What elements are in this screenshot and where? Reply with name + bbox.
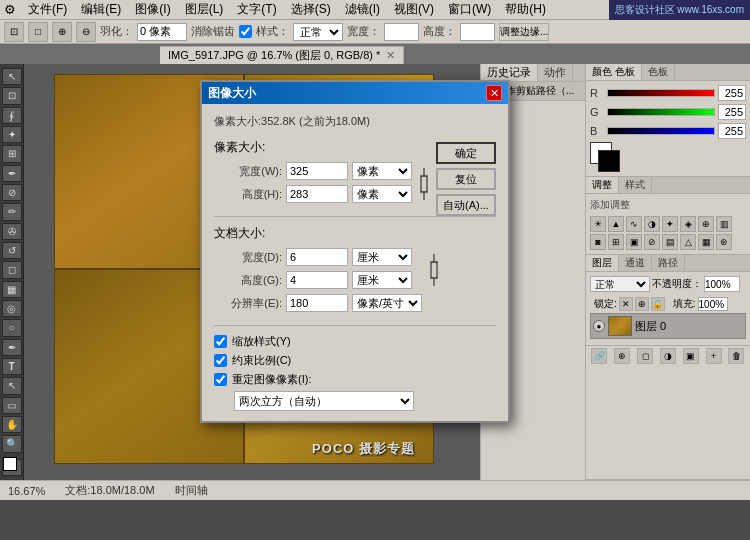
opt-btn3[interactable]: ⊖ bbox=[76, 22, 96, 42]
tool-gradient[interactable]: ▦ bbox=[2, 281, 22, 298]
constrain-proportions-checkbox[interactable] bbox=[214, 354, 227, 367]
adj-colorbalance-btn[interactable]: ⊕ bbox=[698, 216, 714, 232]
doc-height-input[interactable] bbox=[286, 271, 348, 289]
adj-channelmixer-btn[interactable]: ⊞ bbox=[608, 234, 624, 250]
adj-levels-btn[interactable]: ▲ bbox=[608, 216, 624, 232]
image-size-dialog[interactable]: 图像大小 ✕ 确定 复位 自动(A)... 像素大小:352.8K (之前为18… bbox=[200, 80, 510, 423]
tool-move[interactable]: ↖ bbox=[2, 68, 22, 85]
tool-lasso[interactable]: ∮ bbox=[2, 107, 22, 124]
b-slider[interactable] bbox=[607, 127, 715, 135]
ok-button[interactable]: 确定 bbox=[436, 142, 496, 164]
menu-item-edit[interactable]: 编辑(E) bbox=[75, 0, 127, 19]
tool-history-brush[interactable]: ↺ bbox=[2, 242, 22, 259]
fg-bg-swatches[interactable] bbox=[590, 142, 620, 172]
adj-brightness-btn[interactable]: ☀ bbox=[590, 216, 606, 232]
layer-mask-btn[interactable]: ◻ bbox=[637, 348, 653, 364]
blend-mode-select[interactable]: 正常 bbox=[590, 276, 650, 292]
resolution-unit[interactable]: 像素/英寸 bbox=[352, 294, 422, 312]
b-value-input[interactable] bbox=[718, 123, 746, 139]
adj-hsl-btn[interactable]: ◈ bbox=[680, 216, 696, 232]
styles-tab[interactable]: 样式 bbox=[619, 177, 652, 193]
tool-crop[interactable]: ⊞ bbox=[2, 145, 22, 162]
tool-eyedropper[interactable]: ✒ bbox=[2, 165, 22, 182]
tool-marquee[interactable]: ⊡ bbox=[2, 87, 22, 104]
tool-shape[interactable]: ▭ bbox=[2, 397, 22, 414]
adj-posterize-btn[interactable]: ▤ bbox=[662, 234, 678, 250]
width-input[interactable] bbox=[384, 23, 419, 41]
menu-item-file[interactable]: 文件(F) bbox=[22, 0, 73, 19]
fg-bg-swatch[interactable] bbox=[2, 459, 22, 476]
tool-dodge[interactable]: ○ bbox=[2, 319, 22, 336]
feather-input[interactable] bbox=[137, 23, 187, 41]
doc-width-unit[interactable]: 厘米 bbox=[352, 248, 412, 266]
g-slider[interactable] bbox=[607, 108, 715, 116]
history-tab[interactable]: 历史记录 bbox=[481, 64, 538, 81]
doc-tab[interactable]: IMG_5917.JPG @ 16.7% (图层 0, RGB/8) * ✕ bbox=[160, 46, 404, 64]
tool-path-select[interactable]: ↖ bbox=[2, 377, 22, 394]
adj-photofilter-btn[interactable]: ◙ bbox=[590, 234, 606, 250]
resolution-input[interactable] bbox=[286, 294, 348, 312]
tool-text[interactable]: T bbox=[2, 358, 22, 375]
channels-tab[interactable]: 通道 bbox=[619, 255, 652, 271]
menu-item-select[interactable]: 选择(S) bbox=[285, 0, 337, 19]
resample-checkbox[interactable] bbox=[214, 373, 227, 386]
tool-magic-wand[interactable]: ✦ bbox=[2, 126, 22, 143]
paths-tab[interactable]: 路径 bbox=[652, 255, 685, 271]
adj-selectivecolor-btn[interactable]: ⊛ bbox=[716, 234, 732, 250]
menu-item-image[interactable]: 图像(I) bbox=[129, 0, 176, 19]
scale-styles-checkbox[interactable] bbox=[214, 335, 227, 348]
menu-item-text[interactable]: 文字(T) bbox=[231, 0, 282, 19]
delete-layer-btn[interactable]: 🗑 bbox=[728, 348, 744, 364]
layer-visibility-eye[interactable]: ● bbox=[593, 320, 605, 332]
height-input[interactable] bbox=[460, 23, 495, 41]
adj-bw-btn[interactable]: ▥ bbox=[716, 216, 732, 232]
pixel-height-input[interactable] bbox=[286, 185, 348, 203]
antialias-checkbox[interactable] bbox=[239, 25, 252, 38]
r-value-input[interactable] bbox=[718, 85, 746, 101]
tool-hand[interactable]: ✋ bbox=[2, 416, 22, 433]
adj-gradientmap-btn[interactable]: ▦ bbox=[698, 234, 714, 250]
menu-item-view[interactable]: 视图(V) bbox=[388, 0, 440, 19]
layer-group-btn[interactable]: ▣ bbox=[683, 348, 699, 364]
tab-close-icon[interactable]: ✕ bbox=[386, 49, 395, 62]
g-value-input[interactable] bbox=[718, 104, 746, 120]
menu-item-layer[interactable]: 图层(L) bbox=[179, 0, 230, 19]
dialog-close-button[interactable]: ✕ bbox=[486, 85, 502, 101]
swatches-tab[interactable]: 色板 bbox=[642, 64, 675, 80]
lock-position-btn[interactable]: ⊕ bbox=[635, 297, 649, 311]
layer-item[interactable]: ● 图层 0 bbox=[590, 313, 746, 339]
layer-style-btn[interactable]: ⊕ bbox=[614, 348, 630, 364]
auto-button[interactable]: 自动(A)... bbox=[436, 194, 496, 216]
color-tab[interactable]: 颜色 色板 bbox=[586, 64, 642, 80]
background-swatch[interactable] bbox=[598, 150, 620, 172]
adj-curves-btn[interactable]: ∿ bbox=[626, 216, 642, 232]
fill-input[interactable] bbox=[698, 297, 728, 311]
tool-pen[interactable]: ✒ bbox=[2, 339, 22, 356]
lock-pixels-btn[interactable]: ✕ bbox=[619, 297, 633, 311]
layers-tab[interactable]: 图层 bbox=[586, 255, 619, 271]
adj-threshold-btn[interactable]: △ bbox=[680, 234, 696, 250]
adj-colorlookup-btn[interactable]: ▣ bbox=[626, 234, 642, 250]
menu-item-filter[interactable]: 滤镜(I) bbox=[339, 0, 386, 19]
new-layer-btn[interactable]: + bbox=[706, 348, 722, 364]
pixel-width-unit[interactable]: 像素 bbox=[352, 162, 412, 180]
tool-blur[interactable]: ◎ bbox=[2, 300, 22, 317]
tool-patch[interactable]: ⊘ bbox=[2, 184, 22, 201]
actions-tab[interactable]: 动作 bbox=[538, 64, 573, 81]
opacity-input[interactable] bbox=[704, 276, 740, 292]
r-slider[interactable] bbox=[607, 89, 715, 97]
tool-brush[interactable]: ✏ bbox=[2, 203, 22, 220]
tool-zoom[interactable]: 🔍 bbox=[2, 435, 22, 452]
link-layers-btn[interactable]: 🔗 bbox=[591, 348, 607, 364]
opt-btn2[interactable]: ⊕ bbox=[52, 22, 72, 42]
doc-width-input[interactable] bbox=[286, 248, 348, 266]
pixel-height-unit[interactable]: 像素 bbox=[352, 185, 412, 203]
adj-vibrance-btn[interactable]: ✦ bbox=[662, 216, 678, 232]
menu-item-window[interactable]: 窗口(W) bbox=[442, 0, 497, 19]
adj-exposure-btn[interactable]: ◑ bbox=[644, 216, 660, 232]
reset-button[interactable]: 复位 bbox=[436, 168, 496, 190]
opt-btn1[interactable]: □ bbox=[28, 22, 48, 42]
style-select[interactable]: 正常 bbox=[293, 23, 343, 41]
adjustment-layer-btn[interactable]: ◑ bbox=[660, 348, 676, 364]
doc-height-unit[interactable]: 厘米 bbox=[352, 271, 412, 289]
